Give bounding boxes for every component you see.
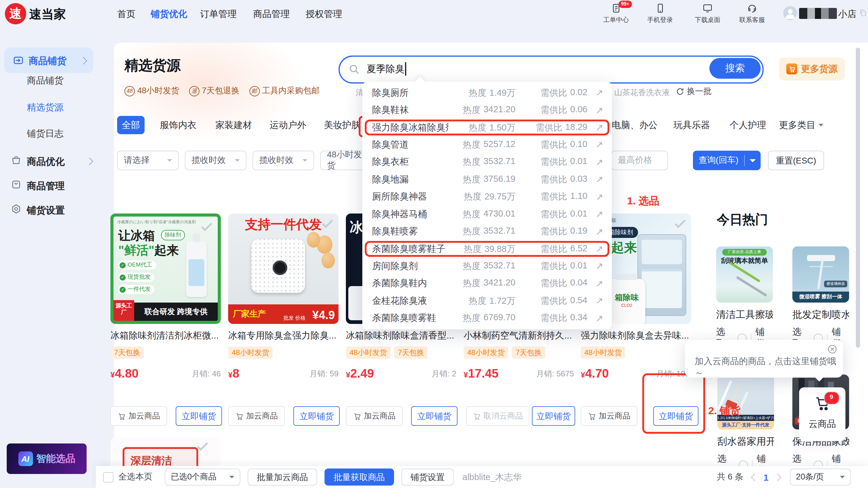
hot-item-image[interactable]: 擦玻璃神器 微湿喷雾 擦刮一体 (793, 246, 849, 303)
copy-icon[interactable] (859, 8, 867, 17)
select-check-icon[interactable] (195, 438, 210, 453)
hot-item-name[interactable]: 刮水器家用开荒 (717, 435, 774, 448)
ai-logo: AI (18, 451, 33, 466)
vertical-scrollbar[interactable] (856, 48, 860, 348)
page-number[interactable]: 1 (764, 472, 769, 482)
cloud-products-button[interactable]: 9 云商品 (799, 387, 845, 441)
quick-desktop-download[interactable]: 下载桌面 (690, 2, 725, 24)
search-input[interactable]: 夏季除臭 (367, 63, 404, 75)
list-now-button[interactable]: 立即铺货 (176, 406, 222, 426)
tab-toys[interactable]: 玩具乐器 (674, 116, 710, 134)
suggestion-row[interactable]: 除臭厕所热度1.49万需供比0.02↗ (362, 84, 612, 101)
list-now-button[interactable]: 立即铺货 (532, 406, 575, 426)
shop-name-suffix: 小店 (838, 8, 857, 20)
hot-item-name[interactable]: 批发定制喷水玻 (793, 309, 849, 322)
tab-personal-care[interactable]: 个人护理 (730, 116, 766, 134)
product-title[interactable]: 冰箱除味剂清洁剂冰柜微... (111, 330, 221, 342)
app-logo[interactable]: 速 (5, 3, 26, 24)
max-price-input[interactable]: 最高价格 (611, 151, 668, 170)
ai-smart-picker-banner[interactable]: AI 智能选品 (7, 444, 87, 474)
sidebar-item-product-manage[interactable]: 商品管理 (0, 178, 101, 196)
tab-computer-office[interactable]: 电脑、办公 (612, 116, 657, 134)
product-title[interactable]: 冰箱除味剂除味盒清香型... (346, 330, 456, 342)
selected-count-select[interactable]: 已选0个商品 (165, 468, 240, 486)
suggestion-row[interactable]: 除臭鞋袜热度3421.20需供比0.06↗ (362, 101, 612, 119)
nav-product-management[interactable]: 商品管理 (253, 8, 290, 20)
list-now-button[interactable]: 立即铺货 (293, 406, 340, 426)
batch-get-products-button[interactable]: 批量获取商品 (324, 468, 394, 486)
select-all-checkbox[interactable] (103, 472, 114, 482)
sidebar-item-product-optimize[interactable]: 商品优化 (0, 154, 101, 172)
suggestion-row-highlighted[interactable]: 杀菌除臭喷雾鞋子热度39.88万需供比6.52↗ (362, 240, 612, 258)
suggestion-row[interactable]: 房间除臭剂热度3532.71需供比0.01↗ (362, 257, 612, 275)
hot-item-image[interactable]: 1.2/1.5米伸缩杆+玻璃刮+上水器+铲刀 源头工厂·支持一件代发 (717, 374, 774, 429)
query-button[interactable]: 查询(回车) (693, 151, 761, 170)
suggestion-row[interactable]: 除臭管道热度5257.12需供比0.10↗ (362, 136, 612, 154)
nav-home[interactable]: 首页 (117, 8, 135, 20)
list-now-button[interactable]: 立即铺货 (411, 406, 458, 426)
nav-order-management[interactable]: 订单管理 (200, 8, 237, 20)
suggestion-row[interactable]: 杀菌除臭鞋内热度3421.20需供比0.04↗ (362, 275, 612, 292)
nav-auth-management[interactable]: 授权管理 (306, 8, 342, 20)
sidebar-item-listing-settings[interactable]: 铺货设置 (0, 203, 101, 221)
page-size-select[interactable]: 20条/页 (790, 468, 851, 486)
suggestion-row[interactable]: 杀菌除臭喷雾鞋热度6769.70需供比0.34↗ (362, 310, 612, 327)
suggestion-row[interactable]: 金桂花除臭液热度1.72万需供比0.54↗ (362, 292, 612, 310)
suggestion-row[interactable]: 除臭鞋喷雾热度3532.71需供比0.19↗ (362, 223, 612, 240)
add-cloud-product-button[interactable]: 加云商品 (346, 406, 403, 426)
sidebar-item-listing-log[interactable]: 铺货日志 (27, 128, 63, 140)
product-image[interactable]: 支持一件代发 厂家生产 批发 价格 ¥4.9 (228, 214, 339, 324)
select-check-icon[interactable] (320, 216, 335, 231)
search-bar[interactable]: 夏季除臭 搜索 (339, 56, 764, 84)
more-supply-label: 更多货源 (801, 63, 837, 75)
add-cloud-product-button[interactable]: 加云商品 (228, 406, 285, 426)
hot-item-name[interactable]: 清洁工具擦玻璃 (716, 309, 773, 322)
tab-more-categories[interactable]: 更多类目 (779, 116, 824, 134)
listing-settings-button[interactable]: 铺货设置 (401, 468, 454, 486)
cancel-cloud-product-button[interactable]: 取消云商品 (466, 406, 529, 426)
filter-select-3[interactable]: 揽收时效 (252, 151, 314, 170)
prev-page-icon[interactable] (751, 473, 758, 481)
batch-add-cloud-button[interactable]: 批量加云商品 (248, 468, 317, 486)
add-cloud-product-button[interactable]: 加云商品 (581, 406, 638, 426)
sidebar-item-product-listing[interactable]: 商品铺货 (27, 75, 63, 87)
suggestion-row[interactable]: 除臭地漏热度3756.19需供比0.03↗ (362, 171, 612, 188)
reset-button[interactable]: 重置(ESC) (768, 151, 824, 170)
next-page-icon[interactable] (773, 473, 781, 481)
close-icon[interactable] (827, 344, 837, 355)
tab-sports-outdoor[interactable]: 运动户外 (270, 116, 306, 134)
user-avatar[interactable] (783, 6, 797, 20)
suggestion-row[interactable]: 除臭神器马桶热度4730.01需供比0.01↗ (362, 206, 612, 223)
product-title[interactable]: 冰箱专用除臭盒强力除臭... (228, 330, 339, 342)
tab-home-building[interactable]: 家装建材 (215, 116, 252, 134)
quick-contact-support[interactable]: 联系客服 (735, 2, 769, 24)
next-row-card-fragment[interactable]: 深层清洁 (111, 437, 221, 466)
image-price: ¥4.9 (312, 309, 335, 322)
more-supply-button[interactable]: 更多货源 (779, 57, 845, 81)
quick-mobile-login[interactable]: 手机登录 (643, 2, 677, 24)
tab-beauty[interactable]: 美妆护肤 (324, 116, 361, 134)
product-title[interactable]: 小林制药空气清新剂持久... (464, 330, 574, 342)
refresh-batch-button[interactable]: 换一批 (676, 86, 712, 97)
query-dropdown-toggle[interactable] (745, 156, 761, 165)
hotword[interactable]: 山茶花香洗衣液 (614, 87, 670, 98)
suggestion-row[interactable]: 厕所除臭神器热度29.75万需供比1.10↗ (362, 188, 612, 206)
select-check-icon[interactable] (673, 216, 687, 231)
tab-all[interactable]: 全部 (117, 116, 145, 134)
filter-select-1[interactable]: 请选择 (117, 151, 179, 170)
quick-ticket-center[interactable]: 99+ 工单中心 (599, 2, 633, 24)
sidebar-group-product-listing[interactable]: 商品铺货 (4, 48, 93, 73)
search-button[interactable]: 搜索 (709, 58, 761, 79)
tab-apparel[interactable]: 服饰内衣 (160, 116, 196, 134)
nav-listing-optimize[interactable]: 铺货优化 (151, 8, 187, 20)
product-image[interactable]: 冷藏庫のにおい取り剤"或者"冷藏庫の消臭剤 让冰箱 除味剂 "鲜活"起来 ✓OE… (111, 214, 221, 324)
select-check-icon[interactable] (199, 219, 214, 234)
add-cloud-product-button[interactable]: 加云商品 (111, 406, 167, 426)
ai-banner-label: 智能选品 (36, 452, 75, 465)
filter-select-2[interactable]: 揽收时效 (185, 151, 246, 170)
suggestion-row-highlighted[interactable]: 强力除臭冰箱除臭剂热度1.50万需供比18.29↗ (362, 119, 612, 136)
product-title[interactable]: 强力除味剂除臭盒去异味... (581, 330, 691, 342)
suggestion-row[interactable]: 除臭衣柜热度3532.71需供比0.01↗ (362, 153, 612, 171)
hot-item-image[interactable]: 厂家自营·品质上乘 刮玻璃本就简单 (716, 246, 773, 303)
sidebar-item-selected-supply[interactable]: 精选货源 (27, 102, 63, 114)
